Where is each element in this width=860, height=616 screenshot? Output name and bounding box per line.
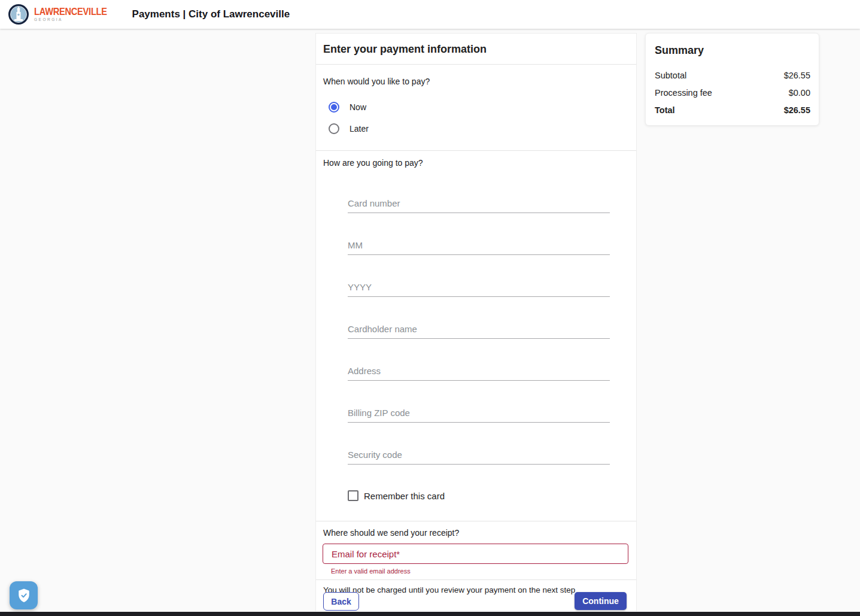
radio-now-icon[interactable] [329, 102, 339, 113]
cardholder-name-input[interactable] [348, 320, 610, 339]
security-code-field-wrap [348, 445, 610, 465]
shield-check-icon [16, 587, 32, 604]
security-code-input[interactable] [348, 445, 610, 465]
expiry-month-input[interactable] [348, 236, 610, 255]
city-logo: LAWRENCEVILLE GEORGIA [8, 4, 119, 25]
privacy-shield-button[interactable] [10, 581, 38, 609]
summary-row-subtotal: Subtotal $26.55 [646, 66, 819, 84]
expiry-year-input[interactable] [348, 278, 610, 297]
receipt-label: Where should we send your receipt? [316, 521, 636, 538]
logo-subtitle: GEORGIA [34, 18, 119, 22]
address-field-wrap [348, 362, 610, 381]
billing-zip-field-wrap [348, 403, 610, 423]
total-value: $26.55 [784, 105, 810, 115]
email-input[interactable] [323, 544, 628, 563]
expiry-year-field-wrap [348, 278, 610, 297]
processing-fee-value: $0.00 [789, 88, 810, 98]
processing-fee-label: Processing fee [655, 88, 712, 98]
radio-later-icon[interactable] [329, 123, 339, 134]
summary-row-processing-fee: Processing fee $0.00 [646, 84, 819, 101]
remember-card-checkbox-row[interactable]: Remember this card [348, 487, 636, 504]
form-actions: Back Continue [323, 592, 627, 611]
cardholder-name-field-wrap [348, 320, 610, 339]
total-label: Total [655, 105, 675, 115]
radio-later-label: Later [350, 124, 369, 133]
radio-option-later[interactable]: Later [329, 118, 636, 139]
back-button[interactable]: Back [323, 592, 359, 611]
address-input[interactable] [348, 362, 610, 381]
billing-zip-input[interactable] [348, 403, 610, 423]
form-title: Enter your payment information [316, 34, 636, 64]
how-to-pay-label: How are you going to pay? [316, 151, 636, 168]
app-header: LAWRENCEVILLE GEORGIA Payments | City of… [0, 0, 860, 29]
continue-button[interactable]: Continue [575, 592, 627, 610]
when-to-pay-label: When would you like to pay? [316, 65, 636, 86]
card-fields [348, 194, 610, 465]
card-number-field-wrap [348, 194, 610, 213]
payment-form-card: Enter your payment information When woul… [315, 33, 637, 611]
remember-card-checkbox[interactable] [348, 490, 358, 501]
city-seal-icon [8, 4, 29, 25]
email-error-message: Enter a valid email address [331, 568, 636, 575]
summary-row-total: Total $26.55 [646, 101, 819, 119]
summary-card: Summary Subtotal $26.55 Processing fee $… [645, 33, 819, 126]
radio-option-now[interactable]: Now [329, 96, 636, 118]
logo-name: LAWRENCEVILLE [34, 7, 107, 17]
subtotal-label: Subtotal [655, 71, 686, 80]
radio-now-label: Now [350, 102, 366, 112]
bottom-edge-strip [0, 612, 860, 616]
expiry-month-field-wrap [348, 236, 610, 255]
subtotal-value: $26.55 [784, 71, 810, 80]
summary-title: Summary [646, 34, 819, 57]
remember-card-label: Remember this card [364, 491, 445, 501]
card-number-input[interactable] [348, 194, 610, 213]
email-field-wrap [323, 544, 628, 564]
page-title: Payments | City of Lawrenceville [132, 8, 290, 20]
